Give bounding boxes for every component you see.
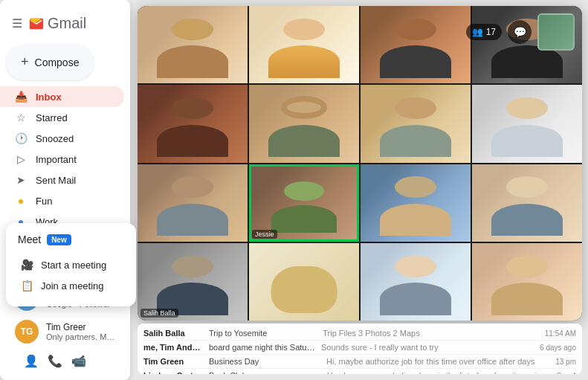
- compose-button[interactable]: + Compose: [6, 44, 94, 80]
- nav-item-fun[interactable]: ● Fun: [0, 190, 124, 211]
- start-meeting-icon: 🎥: [21, 259, 33, 271]
- email-time-4: Sep 4: [557, 372, 576, 375]
- video-top-bar: 👥 17 💬: [466, 13, 575, 51]
- video-grid: Jessie Salih Balla: [138, 6, 582, 321]
- nav-snoozed-label: Snoozed: [36, 133, 74, 144]
- nav-item-starred[interactable]: ☆ Starred: [0, 107, 124, 128]
- contact-tim-name: Tim Greer: [46, 322, 115, 332]
- start-meeting-label: Start a meeting: [41, 260, 106, 271]
- video-cell-16: [472, 243, 582, 321]
- email-row-3[interactable]: Tim Green Business Day Hi, maybe authori…: [143, 355, 576, 369]
- chat-button[interactable]: 💬: [508, 20, 532, 44]
- sidebar-footer-icons: 👤 📞 📹: [12, 348, 118, 368]
- participants-count: 17: [486, 27, 496, 37]
- meet-new-badge: New: [47, 234, 71, 245]
- video-cell-2: [249, 6, 359, 83]
- video-cell-13: Salih Balla: [138, 243, 248, 321]
- self-video-thumbnail: [537, 13, 575, 51]
- nav-inbox-label: Inbox: [36, 91, 62, 103]
- email-preview-1: Trip Files 3 Photos 2 Maps: [323, 329, 538, 338]
- fun-icon: ●: [15, 195, 27, 207]
- nav-important-label: Important: [36, 154, 77, 165]
- email-row-4[interactable]: Lindsay Carter Book Club Hey have you as…: [143, 369, 576, 374]
- email-row-1[interactable]: Salih Balla Trip to Yosemite Trip Files …: [143, 326, 576, 341]
- nav-item-important[interactable]: ▷ Important: [0, 149, 124, 170]
- people-icon[interactable]: 👤: [24, 354, 39, 368]
- hamburger-icon[interactable]: ☰: [12, 16, 22, 30]
- video-cell-5: [138, 85, 248, 162]
- email-preview-2: Sounds sure - I really want to try: [321, 343, 534, 352]
- video-cell-7: [361, 85, 471, 162]
- video-cell-1: [138, 6, 248, 83]
- video-cell-9: [138, 164, 248, 242]
- gmail-sidebar: ☰ Gmail + Compose 📥 Inbox ☆ Starred: [0, 0, 130, 380]
- nav-item-inbox[interactable]: 📥 Inbox: [0, 86, 124, 107]
- video-cell-10-jessie: Jessie: [249, 164, 359, 242]
- email-sender-4: Lindsay Carter: [143, 371, 203, 374]
- meet-header: Meet New: [18, 234, 124, 245]
- inbox-icon: 📥: [15, 91, 27, 103]
- meet-label: Meet: [18, 234, 41, 245]
- email-time-2: 6 days ago: [540, 344, 576, 352]
- video-cell-12: [472, 164, 582, 242]
- nav-list: 📥 Inbox ☆ Starred 🕐 Snoozed ▷ Important …: [0, 86, 130, 232]
- video-grid-container: Jessie Salih Balla: [138, 6, 582, 321]
- video-cell-6: [249, 85, 359, 162]
- email-preview-4: Hey have you as darling, here is the lis…: [327, 371, 551, 374]
- email-preview-3: Hi, maybe authorize job for this time ov…: [326, 357, 549, 366]
- starred-icon: ☆: [15, 112, 27, 123]
- video-cell-8: [472, 85, 582, 162]
- sent-icon: ➤: [15, 174, 27, 186]
- avatar-tim: TG: [15, 320, 39, 344]
- participants-badge: 👥 17: [466, 24, 502, 40]
- email-subject-3: Business Day: [209, 357, 320, 366]
- email-sender-1: Salih Balla: [143, 329, 203, 338]
- video-cell-11: [361, 164, 471, 242]
- join-meeting-label: Join a meeting: [41, 280, 104, 292]
- join-meeting-icon: 📋: [21, 280, 33, 292]
- name-tag-salih: Salih Balla: [140, 309, 178, 318]
- email-strip: Salih Balla Trip to Yosemite Trip Files …: [138, 323, 582, 374]
- gmail-text: Gmail: [48, 15, 86, 32]
- nav-item-snoozed[interactable]: 🕐 Snoozed: [0, 128, 124, 149]
- email-time-1: 11:54 AM: [545, 329, 576, 338]
- gmail-logo: Gmail: [28, 15, 86, 32]
- email-subject-2: board game night this Saturday?: [209, 343, 315, 352]
- video-cell-15: [361, 243, 471, 321]
- video-cell-dog: [249, 243, 359, 321]
- video-cell-3: [361, 6, 471, 83]
- name-tag-jessie: Jessie: [252, 230, 277, 239]
- email-time-3: 13 pm: [555, 358, 576, 366]
- join-meeting-item[interactable]: 📋 Join a meeting: [18, 275, 124, 296]
- snoozed-icon: 🕐: [15, 132, 27, 144]
- start-meeting-item[interactable]: 🎥 Start a meeting: [18, 254, 124, 275]
- compose-label: Compose: [35, 57, 80, 68]
- gmail-m-icon: [28, 16, 45, 32]
- contact-tim[interactable]: TG Tim Greer Only partners. Mentor.: [12, 315, 118, 348]
- people-icon-badge: 👥: [472, 27, 483, 37]
- nav-starred-label: Starred: [36, 112, 68, 123]
- nav-item-sent[interactable]: ➤ Sent Mail: [0, 170, 124, 190]
- email-subject-4: Book Club: [209, 371, 321, 374]
- video-icon[interactable]: 📹: [71, 354, 86, 368]
- compose-plus-icon: +: [21, 54, 29, 70]
- sidebar-header: ☰ Gmail: [0, 9, 130, 41]
- email-sender-2: me, Tim Andex...: [143, 343, 203, 352]
- email-sender-3: Tim Green: [143, 357, 203, 366]
- important-icon: ▷: [15, 153, 27, 165]
- email-subject-1: Trip to Yosemite: [209, 329, 317, 338]
- contact-tim-info: Tim Greer Only partners. Mentor.: [46, 322, 115, 341]
- meet-popup: Meet New 🎥 Start a meeting 📋 Join a meet…: [6, 223, 136, 306]
- contact-tim-status: Only partners. Mentor.: [46, 332, 115, 341]
- nav-fun-label: Fun: [36, 196, 52, 207]
- email-row-2[interactable]: me, Tim Andex... board game night this S…: [143, 341, 576, 355]
- nav-sent-label: Sent Mail: [36, 175, 76, 186]
- phone-icon[interactable]: 📞: [48, 354, 62, 368]
